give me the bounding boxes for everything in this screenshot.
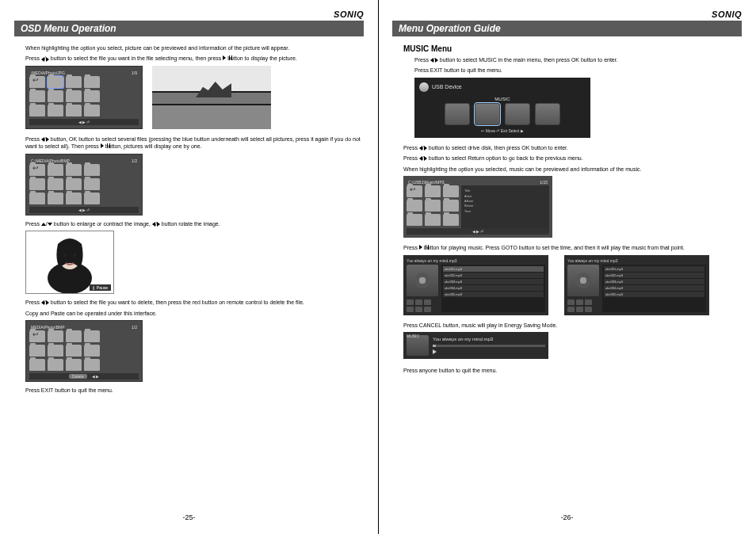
track-row: abc001.mp3	[604, 266, 704, 272]
text-r2a: Press / button to select drive disk, the…	[403, 144, 742, 151]
player1-title: You always on my mind.mp3	[407, 258, 545, 265]
page-number-left: -25-	[0, 513, 378, 521]
brand-logo-left: SONIQ	[14, 10, 364, 19]
track-row: abc003.mp3	[604, 279, 704, 284]
album-art-icon	[567, 265, 599, 296]
text-p5: Press EXIT button to quit the menu.	[25, 387, 364, 394]
text-r2b: Press / button to select Return option t…	[403, 154, 742, 162]
text-p4a: Press / button to select the file you wa…	[25, 299, 364, 306]
mg-count: 1/15	[540, 180, 548, 185]
text-r2c: When highlighting the option you selecte…	[403, 166, 742, 173]
figure-mini-player: MUSIC You always on my mind.mp3	[403, 332, 548, 359]
play-pause-icon	[223, 55, 226, 60]
text-r1b: Press EXIT button to quit the menu.	[414, 67, 742, 74]
figure-woman-photo: ∥ Pause	[25, 231, 114, 294]
figure-photo-grid-3: MEDIA\Photo\BMP 1/2 Delete ◀ ▶	[25, 320, 143, 382]
figure-music-player-1: You always on my mind.mp3 abc001.mp3 abc…	[403, 255, 548, 315]
usb-icon	[419, 82, 429, 92]
header-osd: OSD Menu Operation	[14, 21, 364, 36]
text-r1a: Press / button to select MUSIC in the ma…	[414, 56, 742, 63]
left-arrow-icon	[41, 57, 44, 62]
svg-point-3	[73, 254, 76, 257]
usb-music-label: MUSIC	[419, 97, 586, 101]
fig2-count: 1/2	[132, 158, 137, 163]
music-menu-title: MUSIC Menu	[403, 44, 742, 53]
text-p3: Press / button to enlarge or contract th…	[25, 220, 364, 227]
tracklist-2: abc001.mp3 abc002.mp3 abc003.mp3 abc004.…	[602, 265, 706, 312]
right-arrow-icon	[46, 57, 49, 62]
fig4-count: 1/2	[132, 325, 137, 330]
track-row: abc002.mp3	[443, 273, 544, 278]
figure-photo-grid-2: C:\MEDIA\Photo\BMP 1/2 ◀ ▶ ⏎	[25, 154, 143, 216]
mini-music-label: MUSIC	[407, 334, 419, 338]
track-row: abc004.mp3	[604, 285, 704, 291]
usb-bar: ↩ Move ⏎ Exit Select ▶	[419, 128, 586, 133]
tracklist-1: abc001.mp3 abc002.mp3 abc003.mp3 abc004.…	[441, 265, 545, 312]
figure-music-player-2: You always on my mind.mp3 abc001.mp3 abc…	[564, 255, 709, 315]
mini-controls	[433, 349, 545, 354]
figure-castle-photo	[152, 66, 271, 129]
page-number-right: -26-	[378, 513, 756, 521]
fig1-toolbar: ◀ ▶ ⏎	[29, 119, 139, 125]
text-r5: Press anyone button to quit the menu.	[403, 367, 742, 374]
figure-usb-main-menu: USB Device MUSIC ↩ Move ⏎ Exit Select ▶	[414, 78, 590, 138]
delete-button-fig: Delete	[69, 374, 86, 379]
progress-bar	[433, 345, 545, 347]
usb-device-label: USB Device	[432, 84, 462, 90]
track-row: abc005.mp3	[443, 292, 544, 297]
brand-logo-right: SONIQ	[392, 10, 742, 19]
track-row: abc003.mp3	[443, 279, 544, 284]
header-menu-guide: Menu Operation Guide	[392, 21, 742, 36]
track-row: abc002.mp3	[604, 273, 704, 278]
page-left: SONIQ OSD Menu Operation When highlighti…	[0, 0, 378, 534]
figure-music-file-grid: C:\USB1\Music\MP31/15 TitleArtistAlbumBi…	[403, 176, 552, 238]
track-row: abc001.mp3	[443, 266, 544, 272]
text-r3: Press button for playing music. Press GO…	[403, 244, 742, 251]
mini-track-title: You always on my mind.mp3	[433, 337, 545, 341]
fig1-count: 1/9	[132, 71, 137, 75]
text-p4b: Copy and Paste can be operated under thi…	[25, 310, 364, 317]
figure-photo-grid-1: /MEDIA/Photo\JPG 1/9 ◀ ▶ ⏎	[25, 66, 143, 129]
music-info-panel: TitleArtistAlbumBitrateYear	[461, 185, 549, 228]
text-p1a: When highlighting the option you select,…	[25, 44, 364, 51]
track-row: abc004.mp3	[443, 285, 544, 291]
text-p2: Press / button, OK button to select seve…	[25, 135, 364, 151]
pause-badge: ∥ Pause	[90, 284, 111, 291]
text-r4: Press CANCEL button, music will play in …	[403, 322, 742, 329]
player2-title: You always on my mind.mp3	[567, 258, 706, 265]
svg-point-2	[63, 254, 67, 257]
page-right: SONIQ Menu Operation Guide MUSIC Menu Pr…	[378, 0, 756, 534]
album-art-icon	[407, 265, 438, 296]
text-p1b: Press / button to select the file you wa…	[25, 55, 364, 62]
track-row: abc005.mp3	[604, 292, 704, 297]
